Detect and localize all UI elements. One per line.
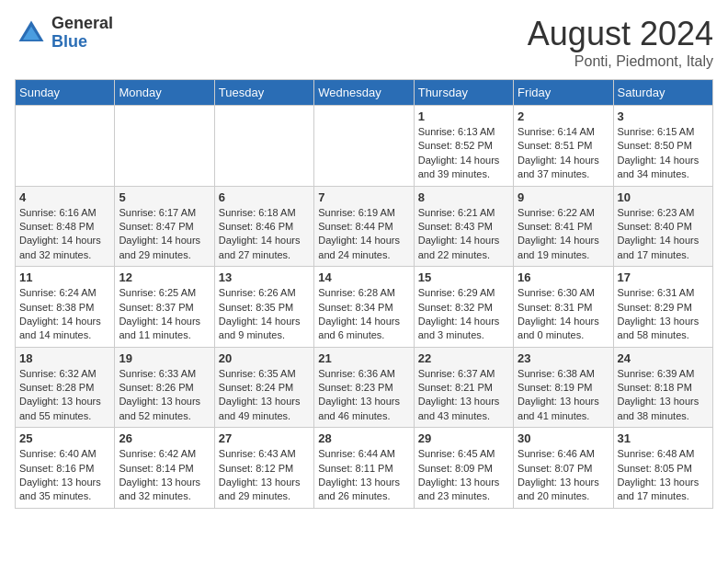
day-info: Sunrise: 6:17 AM Sunset: 8:47 PM Dayligh…	[119, 206, 210, 263]
day-number: 6	[219, 190, 310, 204]
day-cell: 29Sunrise: 6:45 AM Sunset: 8:09 PM Dayli…	[414, 428, 513, 509]
day-cell: 27Sunrise: 6:43 AM Sunset: 8:12 PM Dayli…	[214, 428, 313, 509]
day-cell	[16, 106, 115, 187]
location: Ponti, Piedmont, Italy	[528, 53, 713, 70]
week-row-5: 25Sunrise: 6:40 AM Sunset: 8:16 PM Dayli…	[16, 428, 713, 509]
day-number: 2	[518, 109, 609, 123]
day-cell: 7Sunrise: 6:19 AM Sunset: 8:44 PM Daylig…	[314, 186, 414, 267]
page-header: General Blue August 2024 Ponti, Piedmont…	[15, 15, 713, 70]
day-number: 17	[618, 270, 709, 284]
calendar-header-row: SundayMondayTuesdayWednesdayThursdayFrid…	[16, 80, 713, 106]
day-number: 9	[518, 190, 609, 204]
day-number: 28	[318, 431, 409, 445]
day-info: Sunrise: 6:24 AM Sunset: 8:38 PM Dayligh…	[19, 286, 110, 343]
day-number: 26	[119, 431, 210, 445]
day-header-wednesday: Wednesday	[314, 80, 414, 106]
day-header-monday: Monday	[115, 80, 214, 106]
day-cell: 1Sunrise: 6:13 AM Sunset: 8:52 PM Daylig…	[414, 106, 513, 187]
day-number: 14	[318, 270, 409, 284]
day-number: 29	[418, 431, 509, 445]
day-number: 3	[618, 109, 709, 123]
logo-general: General	[51, 15, 113, 33]
day-header-tuesday: Tuesday	[214, 80, 313, 106]
day-info: Sunrise: 6:23 AM Sunset: 8:40 PM Dayligh…	[618, 206, 709, 263]
day-number: 25	[19, 431, 110, 445]
day-info: Sunrise: 6:42 AM Sunset: 8:14 PM Dayligh…	[119, 447, 210, 504]
day-info: Sunrise: 6:18 AM Sunset: 8:46 PM Dayligh…	[219, 206, 310, 263]
day-number: 31	[618, 431, 709, 445]
day-header-sunday: Sunday	[16, 80, 115, 106]
day-header-thursday: Thursday	[414, 80, 513, 106]
day-number: 8	[418, 190, 509, 204]
day-cell: 23Sunrise: 6:38 AM Sunset: 8:19 PM Dayli…	[514, 347, 613, 428]
week-row-2: 4Sunrise: 6:16 AM Sunset: 8:48 PM Daylig…	[16, 186, 713, 267]
day-cell: 4Sunrise: 6:16 AM Sunset: 8:48 PM Daylig…	[16, 186, 115, 267]
day-number: 12	[119, 270, 210, 284]
logo-icon	[15, 17, 48, 50]
week-row-3: 11Sunrise: 6:24 AM Sunset: 8:38 PM Dayli…	[16, 267, 713, 348]
day-info: Sunrise: 6:14 AM Sunset: 8:51 PM Dayligh…	[518, 125, 609, 182]
day-number: 4	[19, 190, 110, 204]
day-cell: 19Sunrise: 6:33 AM Sunset: 8:26 PM Dayli…	[115, 347, 214, 428]
day-number: 21	[318, 351, 409, 365]
day-info: Sunrise: 6:30 AM Sunset: 8:31 PM Dayligh…	[518, 286, 609, 343]
month-title: August 2024	[528, 15, 713, 53]
day-info: Sunrise: 6:32 AM Sunset: 8:28 PM Dayligh…	[19, 367, 110, 424]
day-info: Sunrise: 6:16 AM Sunset: 8:48 PM Dayligh…	[19, 206, 110, 263]
day-cell: 14Sunrise: 6:28 AM Sunset: 8:34 PM Dayli…	[314, 267, 414, 348]
day-number: 13	[219, 270, 310, 284]
day-info: Sunrise: 6:44 AM Sunset: 8:11 PM Dayligh…	[318, 447, 409, 504]
day-info: Sunrise: 6:19 AM Sunset: 8:44 PM Dayligh…	[318, 206, 409, 263]
day-info: Sunrise: 6:15 AM Sunset: 8:50 PM Dayligh…	[618, 125, 709, 182]
day-number: 27	[219, 431, 310, 445]
day-info: Sunrise: 6:35 AM Sunset: 8:24 PM Dayligh…	[219, 367, 310, 424]
day-info: Sunrise: 6:48 AM Sunset: 8:05 PM Dayligh…	[618, 447, 709, 504]
day-info: Sunrise: 6:45 AM Sunset: 8:09 PM Dayligh…	[418, 447, 509, 504]
day-cell	[314, 106, 414, 187]
day-info: Sunrise: 6:21 AM Sunset: 8:43 PM Dayligh…	[418, 206, 509, 263]
calendar: SundayMondayTuesdayWednesdayThursdayFrid…	[15, 79, 713, 509]
day-info: Sunrise: 6:39 AM Sunset: 8:18 PM Dayligh…	[618, 367, 709, 424]
day-info: Sunrise: 6:46 AM Sunset: 8:07 PM Dayligh…	[518, 447, 609, 504]
day-cell: 25Sunrise: 6:40 AM Sunset: 8:16 PM Dayli…	[16, 428, 115, 509]
day-number: 10	[618, 190, 709, 204]
week-row-1: 1Sunrise: 6:13 AM Sunset: 8:52 PM Daylig…	[16, 106, 713, 187]
day-info: Sunrise: 6:33 AM Sunset: 8:26 PM Dayligh…	[119, 367, 210, 424]
day-info: Sunrise: 6:43 AM Sunset: 8:12 PM Dayligh…	[219, 447, 310, 504]
day-cell: 31Sunrise: 6:48 AM Sunset: 8:05 PM Dayli…	[613, 428, 712, 509]
day-cell: 30Sunrise: 6:46 AM Sunset: 8:07 PM Dayli…	[514, 428, 613, 509]
day-number: 7	[318, 190, 409, 204]
day-info: Sunrise: 6:25 AM Sunset: 8:37 PM Dayligh…	[119, 286, 210, 343]
day-cell: 12Sunrise: 6:25 AM Sunset: 8:37 PM Dayli…	[115, 267, 214, 348]
day-cell: 10Sunrise: 6:23 AM Sunset: 8:40 PM Dayli…	[613, 186, 712, 267]
day-cell: 24Sunrise: 6:39 AM Sunset: 8:18 PM Dayli…	[613, 347, 712, 428]
day-number: 11	[19, 270, 110, 284]
day-cell	[115, 106, 214, 187]
day-number: 5	[119, 190, 210, 204]
day-number: 30	[518, 431, 609, 445]
logo-text: General Blue	[51, 15, 113, 52]
day-cell: 3Sunrise: 6:15 AM Sunset: 8:50 PM Daylig…	[613, 106, 712, 187]
day-info: Sunrise: 6:28 AM Sunset: 8:34 PM Dayligh…	[318, 286, 409, 343]
day-cell: 15Sunrise: 6:29 AM Sunset: 8:32 PM Dayli…	[414, 267, 513, 348]
day-number: 19	[119, 351, 210, 365]
day-number: 24	[618, 351, 709, 365]
day-cell: 13Sunrise: 6:26 AM Sunset: 8:35 PM Dayli…	[214, 267, 313, 348]
day-cell: 18Sunrise: 6:32 AM Sunset: 8:28 PM Dayli…	[16, 347, 115, 428]
day-number: 1	[418, 109, 509, 123]
day-cell: 26Sunrise: 6:42 AM Sunset: 8:14 PM Dayli…	[115, 428, 214, 509]
logo-blue: Blue	[51, 33, 113, 52]
day-cell	[214, 106, 313, 187]
day-cell: 9Sunrise: 6:22 AM Sunset: 8:41 PM Daylig…	[514, 186, 613, 267]
day-number: 22	[418, 351, 509, 365]
day-info: Sunrise: 6:31 AM Sunset: 8:29 PM Dayligh…	[618, 286, 709, 343]
day-cell: 5Sunrise: 6:17 AM Sunset: 8:47 PM Daylig…	[115, 186, 214, 267]
day-info: Sunrise: 6:13 AM Sunset: 8:52 PM Dayligh…	[418, 125, 509, 182]
day-cell: 28Sunrise: 6:44 AM Sunset: 8:11 PM Dayli…	[314, 428, 414, 509]
day-cell: 17Sunrise: 6:31 AM Sunset: 8:29 PM Dayli…	[613, 267, 712, 348]
day-cell: 16Sunrise: 6:30 AM Sunset: 8:31 PM Dayli…	[514, 267, 613, 348]
week-row-4: 18Sunrise: 6:32 AM Sunset: 8:28 PM Dayli…	[16, 347, 713, 428]
day-info: Sunrise: 6:40 AM Sunset: 8:16 PM Dayligh…	[19, 447, 110, 504]
day-header-saturday: Saturday	[613, 80, 712, 106]
day-cell: 20Sunrise: 6:35 AM Sunset: 8:24 PM Dayli…	[214, 347, 313, 428]
